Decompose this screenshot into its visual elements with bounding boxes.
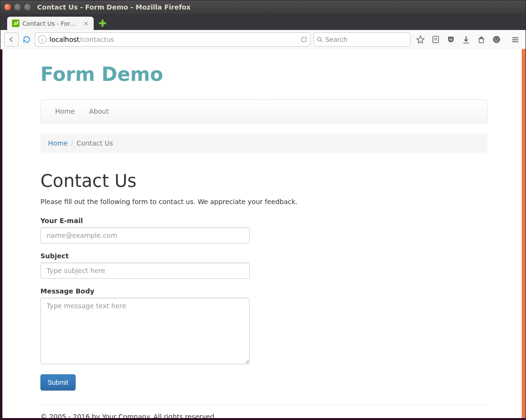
window-close-button[interactable] xyxy=(4,4,11,10)
browser-viewport: Form Demo Home About Home/Contact Us Con… xyxy=(2,49,526,418)
back-button[interactable] xyxy=(4,32,19,47)
reading-list-icon[interactable] xyxy=(431,35,440,44)
new-tab-button[interactable]: ✚ xyxy=(97,18,108,29)
zend-favicon-icon: zf xyxy=(12,20,19,27)
bookmark-star-icon[interactable] xyxy=(416,35,425,44)
url-path: /contactus xyxy=(79,36,114,43)
svg-rect-2 xyxy=(434,38,437,39)
url-bar[interactable]: i localhost/contactus xyxy=(35,32,311,47)
smiley-icon[interactable] xyxy=(492,35,501,44)
footer-separator xyxy=(40,405,487,405)
url-reload-icon[interactable] xyxy=(301,36,307,43)
window-minimize-button[interactable] xyxy=(14,4,21,10)
svg-point-5 xyxy=(493,36,500,43)
email-label: Your E-mail xyxy=(40,217,487,225)
toolbar-icons xyxy=(416,35,501,44)
subject-field[interactable] xyxy=(40,263,250,279)
plus-icon: ✚ xyxy=(98,18,107,29)
hamburger-icon xyxy=(511,36,519,44)
tab-label: Contact Us - Form D… xyxy=(22,20,79,27)
site-brand: Form Demo xyxy=(40,63,487,85)
window-title: Contact Us - Form Demo - Mozilla Firefox xyxy=(37,3,191,11)
arrow-left-icon xyxy=(8,36,15,43)
firefox-window: Contact Us - Form Demo - Mozilla Firefox… xyxy=(0,0,526,420)
site-info-icon[interactable]: i xyxy=(38,35,47,44)
home-icon[interactable] xyxy=(477,35,486,44)
search-bar[interactable]: Search xyxy=(313,32,410,47)
window-titlebar: Contact Us - Form Demo - Mozilla Firefox xyxy=(0,0,526,14)
tab-close-icon[interactable]: × xyxy=(83,20,89,27)
svg-rect-4 xyxy=(463,43,469,44)
footer-text: © 2005 - 2016 by Your Company. All right… xyxy=(40,413,487,418)
breadcrumb-home-link[interactable]: Home xyxy=(48,139,68,147)
search-icon xyxy=(317,37,323,43)
reload-button[interactable] xyxy=(21,34,32,45)
page-lead: Please fill out the following form to co… xyxy=(40,198,487,205)
pocket-icon[interactable] xyxy=(447,35,455,44)
submit-button[interactable]: Submit xyxy=(40,374,76,391)
search-placeholder: Search xyxy=(325,36,347,43)
svg-point-6 xyxy=(495,39,496,39)
page-title: Contact Us xyxy=(40,171,487,191)
browser-toolbar: i localhost/contactus Search xyxy=(0,30,526,49)
email-field[interactable] xyxy=(40,227,250,244)
nav-item-about[interactable]: About xyxy=(82,100,116,123)
svg-point-0 xyxy=(318,37,321,41)
menu-button[interactable] xyxy=(508,33,522,46)
message-body-field[interactable] xyxy=(40,298,250,364)
tab-strip: zf Contact Us - Form D… × ✚ xyxy=(0,14,526,30)
breadcrumb: Home/Contact Us xyxy=(40,134,487,153)
window-maximize-button[interactable] xyxy=(24,4,31,10)
nav-item-home[interactable]: Home xyxy=(41,100,82,123)
body-label: Message Body xyxy=(40,287,487,295)
reload-icon xyxy=(23,36,30,43)
url-host: localhost xyxy=(49,36,79,43)
breadcrumb-current: Contact Us xyxy=(77,139,113,147)
scrollbar[interactable] xyxy=(522,49,526,418)
svg-point-7 xyxy=(497,39,498,39)
svg-rect-3 xyxy=(434,39,437,40)
main-nav: Home About xyxy=(40,99,487,123)
breadcrumb-separator: / xyxy=(71,139,73,147)
browser-tab[interactable]: zf Contact Us - Form D… × xyxy=(7,17,94,30)
downloads-icon[interactable] xyxy=(462,35,470,44)
subject-label: Subject xyxy=(40,252,487,260)
contact-form: Your E-mail Subject Message Body Submit xyxy=(40,217,487,391)
